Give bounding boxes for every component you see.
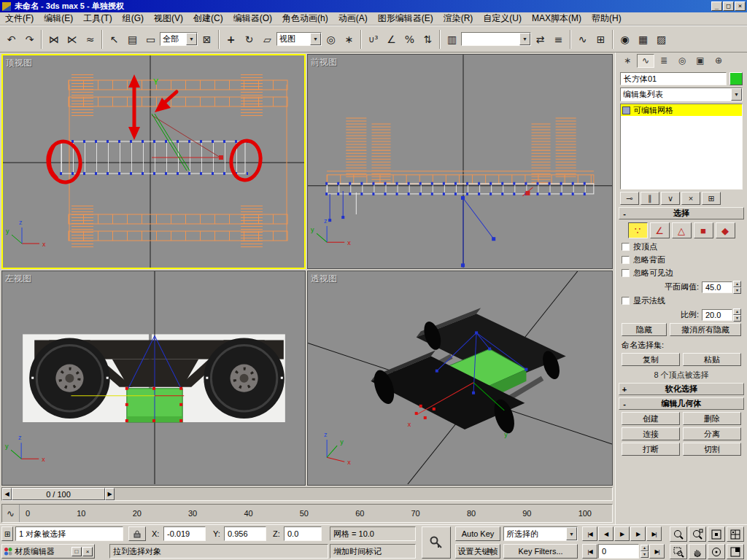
key-filters-button[interactable]: Key Filters...: [503, 544, 578, 559]
object-color-swatch[interactable]: [729, 72, 743, 85]
modifier-stack[interactable]: 可编辑网格: [620, 104, 743, 190]
render-scene-icon[interactable]: ▦: [634, 29, 652, 49]
modifier-list-dropdown[interactable]: 编辑集列表 ▼: [620, 88, 743, 101]
window-crossing-toggle-icon[interactable]: ⊠: [198, 29, 216, 49]
menu-group[interactable]: 组(G): [117, 12, 149, 26]
subobject-edge-icon[interactable]: ∠: [650, 222, 670, 238]
viewport-front[interactable]: 前视图: [307, 54, 613, 269]
rectangular-selection-region-icon[interactable]: ▭: [142, 29, 160, 49]
menu-character[interactable]: 角色动画(h): [277, 12, 333, 26]
menu-maxscript[interactable]: MAX脚本(M): [527, 12, 587, 26]
copy-button[interactable]: 复制: [622, 353, 680, 366]
menu-animation[interactable]: 动画(A): [333, 12, 373, 26]
schematic-view-icon[interactable]: ⊞: [592, 29, 610, 49]
spinner-snap-icon[interactable]: ⇅: [419, 29, 437, 49]
menu-modifiers[interactable]: 编辑器(O): [228, 12, 277, 26]
hide-button[interactable]: 隐藏: [622, 323, 667, 336]
unhide-all-button[interactable]: 撤消所有隐藏: [670, 323, 741, 336]
time-slider[interactable]: ◀ 0 / 100 ▶: [1, 487, 613, 501]
menu-graph-editors[interactable]: 图形编辑器(E): [373, 12, 438, 26]
go-to-end-button[interactable]: ▶|: [646, 526, 662, 541]
min-max-toggle-icon[interactable]: [727, 544, 744, 559]
time-spinner[interactable]: ▴▾: [640, 545, 649, 558]
previous-frame-button[interactable]: ◀: [598, 526, 614, 541]
play-button[interactable]: ▶: [614, 526, 630, 541]
scale-field[interactable]: 20.0: [702, 309, 732, 321]
menu-views[interactable]: 视图(V): [149, 12, 188, 26]
attach-button[interactable]: 连接: [622, 427, 680, 440]
mirror-icon[interactable]: ⇄: [531, 29, 549, 49]
configure-stack-icon[interactable]: ⊞: [702, 192, 721, 205]
zoom-all-icon[interactable]: [689, 526, 706, 542]
current-time-field[interactable]: 0: [598, 544, 639, 559]
slice-button[interactable]: 切割: [683, 443, 741, 456]
tab-hierarchy-icon[interactable]: ≣: [655, 54, 673, 68]
mini-curve-editor-button[interactable]: ∿: [2, 505, 20, 522]
time-slider-handle[interactable]: 0 / 100: [12, 488, 105, 500]
time-slider-right-arrow[interactable]: ▶: [105, 488, 115, 500]
close-window-button[interactable]: ×: [82, 547, 93, 556]
material-editor-minimized-window[interactable]: 材质编辑器 □ ×: [1, 544, 95, 559]
use-pivot-center-icon[interactable]: ◎: [322, 29, 340, 49]
delete-button[interactable]: 删除: [683, 412, 741, 425]
pin-stack-icon[interactable]: ⊸: [620, 192, 639, 205]
rollout-soft-selection-header[interactable]: + 软化选择: [619, 383, 744, 395]
align-icon[interactable]: ≡: [549, 29, 568, 49]
select-and-move-icon[interactable]: +: [222, 29, 240, 49]
select-object-icon[interactable]: ↖: [105, 29, 123, 49]
maximize-button[interactable]: □: [723, 1, 734, 11]
subobject-vertex-icon[interactable]: ∵: [628, 222, 648, 238]
planar-threshold-field[interactable]: 45.0: [702, 281, 732, 293]
reference-coordinate-dropdown[interactable]: 视图 ▼: [276, 32, 322, 46]
show-end-result-icon[interactable]: ∥: [640, 192, 659, 205]
zoom-extents-all-icon[interactable]: [727, 526, 744, 542]
menu-help[interactable]: 帮助(H): [587, 12, 627, 26]
remove-modifier-icon[interactable]: ×: [681, 192, 700, 205]
subobject-polygon-icon[interactable]: ■: [694, 222, 713, 238]
make-unique-icon[interactable]: ∨: [661, 192, 680, 205]
pan-hand-icon[interactable]: [689, 544, 706, 559]
break-button[interactable]: 打断: [622, 443, 680, 456]
tab-motion-icon[interactable]: ◎: [673, 54, 691, 68]
select-and-rotate-icon[interactable]: ↻: [240, 29, 258, 49]
select-by-name-icon[interactable]: ▤: [123, 29, 142, 49]
menu-customize[interactable]: 自定义(U): [478, 12, 527, 26]
material-editor-icon[interactable]: ◉: [616, 29, 634, 49]
named-selection-dropdown[interactable]: ▼: [461, 32, 531, 46]
auto-key-button[interactable]: Auto Key: [455, 526, 500, 541]
set-key-mode-button[interactable]: 设置关键帧: [455, 544, 500, 559]
named-selection-sets-icon[interactable]: ▥: [443, 29, 461, 49]
viewport-left[interactable]: 左视图: [1, 271, 306, 486]
zoom-icon[interactable]: [670, 526, 687, 542]
zoom-region-icon[interactable]: [670, 544, 687, 559]
restore-window-button[interactable]: □: [71, 547, 82, 556]
ignore-backfacing-checkbox[interactable]: [622, 256, 630, 264]
viewport-perspective[interactable]: 透视图: [307, 271, 613, 486]
go-to-start-button[interactable]: |◀: [582, 526, 597, 541]
selection-filter-dropdown[interactable]: 全部 ▼: [160, 32, 198, 46]
tab-utilities-icon[interactable]: ⊕: [710, 54, 727, 68]
z-coordinate-field[interactable]: 0.0: [284, 526, 322, 541]
menu-edit[interactable]: 编辑(E): [39, 12, 78, 26]
menu-tools[interactable]: 工具(T): [78, 12, 117, 26]
tab-modify-icon[interactable]: ∿: [637, 54, 654, 68]
curve-editor-icon[interactable]: ∿: [573, 29, 592, 49]
create-button[interactable]: 创建: [622, 412, 680, 425]
object-name-field[interactable]: 长方体01: [620, 72, 727, 85]
selection-lock-icon[interactable]: [128, 526, 146, 541]
time-slider-left-arrow[interactable]: ◀: [2, 488, 12, 500]
set-key-icon-button[interactable]: [422, 526, 451, 559]
next-key-button[interactable]: ▶|: [649, 544, 665, 559]
minimize-button[interactable]: _: [711, 1, 722, 11]
select-and-manipulate-icon[interactable]: ∗: [340, 29, 358, 49]
menu-file[interactable]: 文件(F): [0, 12, 39, 26]
x-coordinate-field[interactable]: -0.019: [163, 526, 206, 541]
quick-render-icon[interactable]: ▨: [652, 29, 670, 49]
previous-key-button[interactable]: |◀: [582, 544, 597, 559]
redo-icon[interactable]: ↷: [20, 29, 39, 49]
selection-lock-mode-icon[interactable]: ⊞: [1, 526, 13, 541]
paste-button[interactable]: 粘贴: [683, 353, 741, 366]
y-coordinate-field[interactable]: 0.956: [224, 526, 266, 541]
zoom-extents-icon[interactable]: [708, 526, 725, 542]
key-selection-dropdown[interactable]: 所选择的 ▼: [503, 526, 578, 541]
